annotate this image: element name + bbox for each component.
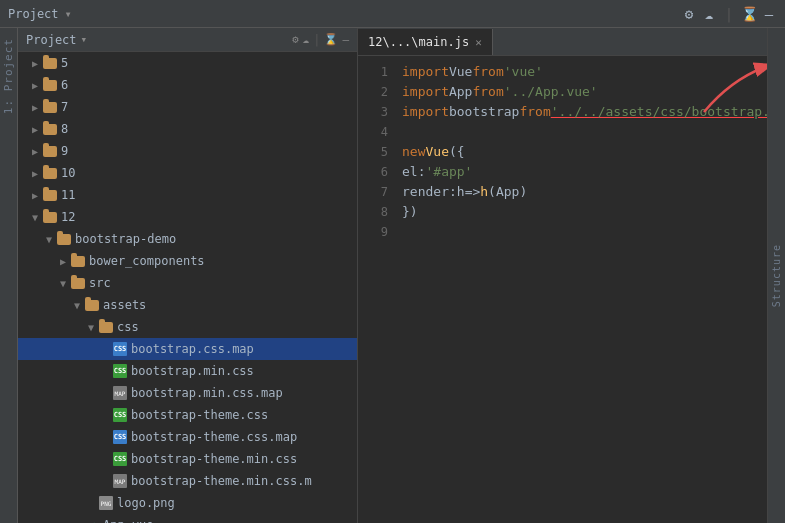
tree-arrow-n11[interactable] xyxy=(28,188,42,202)
line-number-5: 5 xyxy=(358,142,388,162)
token-var: h xyxy=(457,182,465,202)
css-map-file-icon: CSS xyxy=(112,341,128,357)
tree-item-bootstrap-css-map[interactable]: CSSbootstrap.css.map xyxy=(18,338,357,360)
tree-label-n5: 5 xyxy=(61,56,68,70)
settings-icon[interactable]: ⚙ xyxy=(681,6,697,22)
tree-arrow-n5[interactable] xyxy=(28,56,42,70)
token-kw: from xyxy=(472,82,503,102)
token-kw: new xyxy=(402,142,425,162)
tree-item-n9[interactable]: 9 xyxy=(18,140,357,162)
tree-arrow-src[interactable] xyxy=(56,276,70,290)
token-var: render xyxy=(402,182,449,202)
line-number-6: 6 xyxy=(358,162,388,182)
tab-bar: 12\...\main.js ✕ xyxy=(358,28,767,56)
tree-arrow-n9[interactable] xyxy=(28,144,42,158)
line-number-8: 8 xyxy=(358,202,388,222)
tree-item-n8[interactable]: 8 xyxy=(18,118,357,140)
project-dropdown[interactable]: ▾ xyxy=(81,33,88,46)
token-punc: : xyxy=(418,162,426,182)
token-kw: from xyxy=(472,62,503,82)
token-punc: : xyxy=(449,182,457,202)
code-line-4 xyxy=(402,122,759,142)
code-content[interactable]: import Vue from 'vue'import App from '..… xyxy=(394,56,767,523)
tree-item-n5[interactable]: 5 xyxy=(18,52,357,74)
folder-icon xyxy=(42,121,58,137)
main-content: 1: Project Project ▾ ⚙ ☁ | ⌛ – 567891011… xyxy=(0,28,785,523)
folder-icon xyxy=(98,319,114,335)
tree-item-bootstrap-min-css-map[interactable]: MAPbootstrap.min.css.map xyxy=(18,382,357,404)
tab-close-button[interactable]: ✕ xyxy=(475,36,482,49)
editor-area: 12\...\main.js ✕ 123456789 import Vue fr… xyxy=(358,28,767,523)
tree-arrow-n6[interactable] xyxy=(28,78,42,92)
token-str: 'vue' xyxy=(504,62,543,82)
tree-arrow-n7[interactable] xyxy=(28,100,42,114)
tree-item-assets[interactable]: assets xyxy=(18,294,357,316)
tree-label-bootstrap-demo: bootstrap-demo xyxy=(75,232,176,246)
token-punc: ({ xyxy=(449,142,465,162)
project-dropdown-icon[interactable]: ▾ xyxy=(65,7,72,21)
project-header-icons: ⚙ ☁ | ⌛ – xyxy=(292,33,349,47)
right-side-label[interactable]: Structure xyxy=(767,28,785,523)
tree-arrow-n10[interactable] xyxy=(28,166,42,180)
project-icon-3[interactable]: ⌛ xyxy=(324,33,338,47)
tree-item-bootstrap-demo[interactable]: bootstrap-demo xyxy=(18,228,357,250)
line-number-9: 9 xyxy=(358,222,388,242)
tab-label: 12\...\main.js xyxy=(368,35,469,49)
left-side-label[interactable]: 1: Project xyxy=(0,28,18,523)
tree-label-n6: 6 xyxy=(61,78,68,92)
token-kw: from xyxy=(519,102,550,122)
tree-item-n7[interactable]: 7 xyxy=(18,96,357,118)
tab-main-js[interactable]: 12\...\main.js ✕ xyxy=(358,29,493,55)
tree-arrow-css[interactable] xyxy=(84,320,98,334)
minus-icon[interactable]: – xyxy=(761,6,777,22)
token-var: Vue xyxy=(449,62,472,82)
tree-item-bootstrap-theme-css[interactable]: CSSbootstrap-theme.css xyxy=(18,404,357,426)
code-line-5: new Vue({ xyxy=(402,142,759,162)
project-icon-1[interactable]: ⚙ xyxy=(292,33,299,47)
tree-arrow-n8[interactable] xyxy=(28,122,42,136)
folder-icon xyxy=(42,209,58,225)
tree-arrow-bower-components[interactable] xyxy=(56,254,70,268)
tree-arrow-assets[interactable] xyxy=(70,298,84,312)
cloud-icon[interactable]: ☁ xyxy=(701,6,717,22)
project-label[interactable]: Project xyxy=(8,7,59,21)
map-file-icon: MAP xyxy=(112,385,128,401)
folder-icon xyxy=(42,77,58,93)
folder-icon xyxy=(42,165,58,181)
tree-item-n6[interactable]: 6 xyxy=(18,74,357,96)
top-bar-left: Project ▾ xyxy=(8,7,72,21)
tree-item-n11[interactable]: 11 xyxy=(18,184,357,206)
token-imp-path-err: '../../assets/css/bootstrap.min.css' xyxy=(551,102,767,122)
line-number-7: 7 xyxy=(358,182,388,202)
tree-item-css[interactable]: css xyxy=(18,316,357,338)
folder-icon xyxy=(42,55,58,71)
token-var: el xyxy=(402,162,418,182)
project-sep: | xyxy=(313,33,320,47)
tree-label-src: src xyxy=(89,276,111,290)
history-icon[interactable]: ⌛ xyxy=(741,6,757,22)
token-punc: ( xyxy=(488,182,496,202)
tree-item-bootstrap-theme-css-map[interactable]: CSSbootstrap-theme.css.map xyxy=(18,426,357,448)
project-icon-4[interactable]: – xyxy=(342,33,349,47)
tree-item-bower-components[interactable]: bower_components xyxy=(18,250,357,272)
tree-item-src[interactable]: src xyxy=(18,272,357,294)
token-kw: import xyxy=(402,62,449,82)
right-side-label-text: Structure xyxy=(771,244,782,307)
png-file-icon: PNG xyxy=(98,495,114,511)
tree-item-bootstrap-min-css[interactable]: CSSbootstrap.min.css xyxy=(18,360,357,382)
tree-item-bootstrap-theme-min-css[interactable]: CSSbootstrap-theme.min.css xyxy=(18,448,357,470)
tree-arrow-bootstrap-demo[interactable] xyxy=(42,232,56,246)
tree-item-logo-png[interactable]: PNGlogo.png xyxy=(18,492,357,514)
tree-item-n12[interactable]: 12 xyxy=(18,206,357,228)
project-icon-2[interactable]: ☁ xyxy=(303,33,310,47)
folder-icon xyxy=(42,187,58,203)
tree-item-bootstrap-theme-min-css-map[interactable]: MAPbootstrap-theme.min.css.m xyxy=(18,470,357,492)
code-line-8: }) xyxy=(402,202,759,222)
css-file-icon: CSS xyxy=(112,363,128,379)
project-panel: Project ▾ ⚙ ☁ | ⌛ – 56789101112bootstrap… xyxy=(18,28,358,523)
token-kw: import xyxy=(402,102,449,122)
tree-label-n7: 7 xyxy=(61,100,68,114)
tree-item-n10[interactable]: 10 xyxy=(18,162,357,184)
tree-arrow-n12[interactable] xyxy=(28,210,42,224)
tree-item-app-vue[interactable]: ✓App.vue xyxy=(18,514,357,523)
